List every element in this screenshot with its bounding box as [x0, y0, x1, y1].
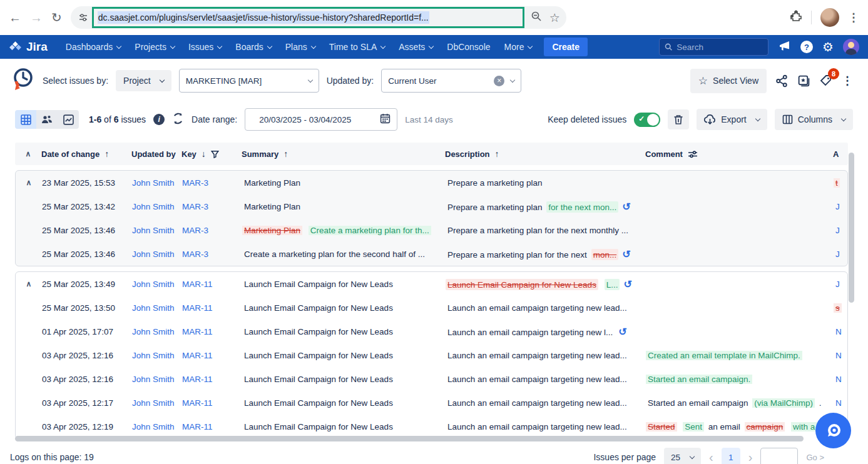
share-button[interactable]: [775, 74, 789, 88]
issue-key-link[interactable]: MAR-11: [182, 398, 242, 408]
issue-key-link[interactable]: MAR-11: [182, 280, 242, 289]
column-header-a[interactable]: A: [833, 149, 848, 159]
people-view-icon[interactable]: [36, 110, 58, 129]
horizontal-scrollbar[interactable]: [15, 436, 804, 441]
clear-icon[interactable]: ×: [494, 76, 504, 86]
project-select[interactable]: MARKETING [MAR]: [179, 69, 319, 93]
url-text[interactable]: dc.saasjet.com/plugins/servlet/saasjet/i…: [98, 11, 429, 24]
vertical-scrollbar[interactable]: [849, 153, 854, 303]
column-settings-icon[interactable]: [688, 150, 698, 158]
restore-icon[interactable]: ↺: [623, 279, 631, 290]
column-header-summary[interactable]: Summary↑: [242, 149, 445, 159]
user-link[interactable]: John Smith: [132, 398, 182, 408]
column-header-comment[interactable]: Comment: [645, 149, 833, 159]
issue-key-link[interactable]: MAR-11: [182, 303, 242, 313]
browser-profile-avatar[interactable]: [820, 8, 839, 27]
updated-by-select[interactable]: Current User ×: [381, 69, 521, 93]
issue-key-link[interactable]: MAR-3: [182, 250, 242, 259]
user-avatar[interactable]: [843, 39, 859, 55]
url-bar[interactable]: dc.saasjet.com/plugins/servlet/saasjet/i…: [71, 6, 566, 29]
user-link[interactable]: John Smith: [132, 351, 182, 360]
nav-item-plans[interactable]: Plans: [278, 35, 322, 59]
user-link[interactable]: John Smith: [132, 375, 182, 384]
issue-key-link[interactable]: MAR-11: [182, 375, 242, 384]
delete-button[interactable]: [668, 109, 689, 129]
gear-icon[interactable]: ⚙: [822, 41, 834, 53]
nav-item-dashboards[interactable]: Dashboards: [59, 35, 128, 59]
issue-key-link[interactable]: MAR-11: [182, 351, 242, 360]
info-icon[interactable]: i: [153, 114, 165, 125]
restore-icon[interactable]: ↺: [618, 326, 626, 337]
nav-item-dbconsole[interactable]: DbConsole: [440, 35, 497, 59]
column-header-updated-by[interactable]: Updated by: [131, 149, 181, 159]
nav-item-assets[interactable]: Assets: [392, 35, 440, 59]
nav-item-issues[interactable]: Issues: [181, 35, 228, 59]
user-link[interactable]: John Smith: [132, 226, 182, 235]
extensions-icon[interactable]: [790, 10, 802, 25]
column-header-date-of-change[interactable]: Date of change↑: [41, 149, 131, 159]
user-link[interactable]: John Smith: [132, 422, 182, 431]
collapse-all-icon[interactable]: ∧: [15, 149, 41, 158]
nav-item-projects[interactable]: Projects: [128, 35, 181, 59]
chart-view-icon[interactable]: [58, 110, 79, 129]
columns-button[interactable]: Columns: [775, 109, 853, 130]
jira-logo[interactable]: Jira: [9, 40, 48, 54]
select-view-button[interactable]: ☆ Select View: [690, 69, 767, 93]
user-link[interactable]: John Smith: [132, 202, 182, 211]
next-page-icon[interactable]: ›: [748, 451, 753, 463]
group-collapse-icon[interactable]: ∧: [16, 280, 42, 288]
nav-search[interactable]: [659, 38, 768, 56]
keep-deleted-toggle[interactable]: ✓: [634, 113, 660, 127]
user-link[interactable]: John Smith: [132, 303, 182, 313]
help-icon[interactable]: ?: [800, 41, 813, 53]
sort-asc-icon[interactable]: ↑: [105, 149, 109, 159]
go-label[interactable]: Go >: [806, 453, 824, 462]
zoom-icon[interactable]: [531, 11, 542, 24]
issue-key-link[interactable]: MAR-3: [182, 178, 242, 188]
per-page-dropdown[interactable]: 25: [664, 448, 701, 464]
site-info-icon[interactable]: [74, 9, 92, 26]
prev-page-icon[interactable]: ‹: [709, 451, 713, 463]
labels-button[interactable]: 8: [819, 74, 833, 88]
bookmark-star-icon[interactable]: ☆: [549, 12, 560, 24]
reload-icon[interactable]: ↻: [51, 11, 62, 24]
go-to-page-input[interactable]: [760, 448, 798, 464]
restore-icon[interactable]: ↺: [622, 249, 630, 260]
filter-mode-dropdown[interactable]: Project: [116, 70, 171, 91]
sort-asc-icon[interactable]: ↑: [495, 149, 499, 159]
calendar-icon[interactable]: [380, 113, 391, 126]
nav-item-time-to-sla[interactable]: Time to SLA: [322, 35, 392, 59]
sort-asc-icon[interactable]: ↑: [283, 149, 288, 159]
date-range-input[interactable]: 20/03/2025 - 03/04/2025: [245, 108, 397, 131]
nav-item-more[interactable]: More: [498, 35, 539, 59]
browser-menu-icon[interactable]: ⋮: [848, 12, 859, 23]
user-link[interactable]: John Smith: [132, 280, 182, 289]
more-options-icon[interactable]: ⋮: [842, 74, 853, 88]
group-collapse-icon[interactable]: ∧: [16, 178, 42, 187]
user-link[interactable]: John Smith: [132, 250, 182, 259]
restore-icon[interactable]: ↺: [622, 201, 630, 212]
saved-reports-button[interactable]: [797, 74, 810, 88]
current-page-button[interactable]: 1: [722, 448, 740, 464]
export-button[interactable]: Export: [697, 109, 767, 130]
issue-key-link[interactable]: MAR-11: [182, 422, 242, 431]
user-link[interactable]: John Smith: [132, 327, 182, 336]
announcements-icon[interactable]: [779, 40, 791, 54]
sort-desc-icon[interactable]: ↓: [202, 149, 206, 159]
issue-key-link[interactable]: MAR-11: [182, 327, 242, 336]
nav-item-boards[interactable]: Boards: [228, 35, 278, 59]
user-link[interactable]: John Smith: [132, 178, 182, 188]
create-button[interactable]: Create: [544, 38, 588, 56]
back-icon[interactable]: ←: [9, 11, 21, 24]
issue-key-link[interactable]: MAR-3: [182, 202, 242, 211]
filter-funnel-icon[interactable]: [211, 150, 219, 158]
column-header-description[interactable]: Description↑: [445, 149, 645, 159]
refresh-icon[interactable]: [172, 113, 184, 127]
column-header-key[interactable]: Key↓: [181, 149, 242, 159]
issue-key-link[interactable]: MAR-3: [182, 226, 242, 235]
table-row: 25 Mar 2025, 13:42John SmithMAR-3Marketi…: [16, 194, 847, 218]
search-input[interactable]: [677, 43, 763, 52]
support-widget-button[interactable]: [815, 413, 851, 448]
forward-icon[interactable]: →: [30, 11, 43, 24]
table-view-icon[interactable]: [15, 110, 36, 129]
